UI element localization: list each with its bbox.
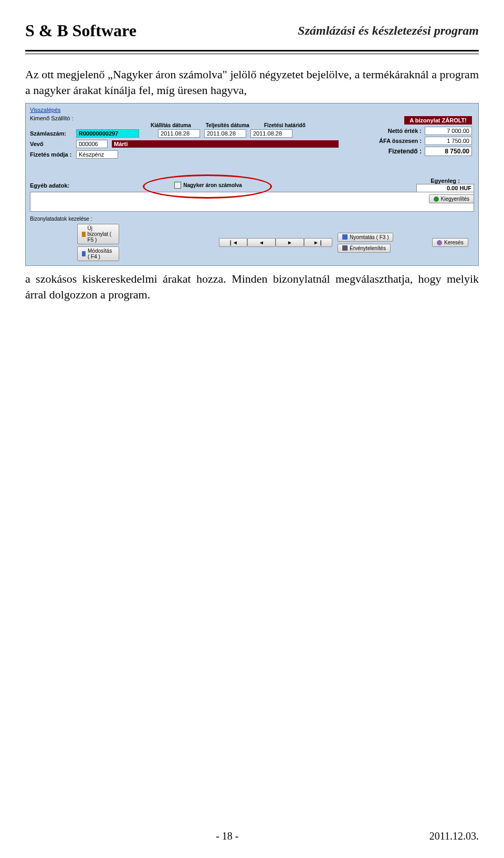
invalidate-button-label: Érvénytelenítés — [350, 245, 386, 251]
payment-method-field[interactable]: Készpénz — [76, 150, 118, 159]
new-doc-button[interactable]: Új bizonylat ( F5 ) — [77, 224, 119, 244]
settle-button[interactable]: Kiegyenlítés — [429, 194, 474, 203]
payment-method-label: Fizetés módja : — [30, 151, 72, 158]
date-header-due: Fizetési határidő — [264, 122, 306, 128]
balance-box: Egyenleg : 0.00 HUF Kiegyenlítés — [416, 178, 474, 203]
header-rule-thick — [25, 50, 479, 51]
vat-label: ÁFA összesen : — [379, 138, 422, 144]
page-footer: - 18 - 2011.12.03. — [25, 830, 479, 842]
trash-icon — [342, 245, 348, 251]
date-fulfill-field[interactable]: 2011.08.28 — [204, 129, 246, 138]
nav-next-button[interactable]: ► — [276, 238, 304, 247]
nav-last-button[interactable]: ►❘ — [304, 238, 332, 247]
wholesale-checkbox-group[interactable]: Nagyker áron számolva — [174, 182, 242, 189]
nav-first-button[interactable]: ❘◄ — [219, 238, 247, 247]
app-screenshot: Visszalépés A bizonylat ZÁROLT! Kimenő S… — [25, 103, 479, 266]
modify-button[interactable]: Módosítás ( F4 ) — [77, 246, 119, 261]
net-value: 7 000.00 — [425, 127, 472, 135]
new-icon — [82, 232, 86, 237]
balance-label: Egyenleg : — [416, 178, 474, 184]
company-name: S & B Software — [25, 21, 136, 40]
print-button-label: Nyomtatás ( F3 ) — [350, 234, 388, 240]
page-number: - 18 - — [216, 830, 238, 842]
buyer-name-bar: Márti — [112, 140, 339, 148]
invoice-number-field[interactable]: R00000000297 — [76, 129, 139, 138]
edit-icon — [82, 251, 86, 256]
net-label: Nettó érték : — [379, 128, 422, 134]
buyer-label: Vevő — [30, 141, 72, 147]
wholesale-checkbox-label: Nagyker áron számolva — [183, 182, 242, 188]
print-button[interactable]: Nyomtatás ( F3 ) — [338, 233, 393, 242]
header-rule-thin — [25, 54, 479, 54]
payable-label: Fizetendő : — [379, 148, 422, 155]
search-button-label: Keresés — [444, 240, 464, 245]
print-icon — [342, 234, 348, 240]
body-paragraph-2: a szokásos kiskereskedelmi árakat hozza.… — [25, 271, 479, 302]
settle-button-label: Kiegyenlítés — [441, 196, 469, 202]
buyer-code-field[interactable]: 000006 — [76, 140, 108, 148]
wholesale-checkbox[interactable] — [174, 182, 181, 189]
other-data-textarea[interactable] — [30, 192, 474, 212]
date-header-fulfill: Teljesítés dátuma — [206, 122, 249, 128]
search-button[interactable]: Keresés — [432, 238, 468, 247]
invoice-number-label: Számlaszám: — [30, 130, 72, 137]
totals-block: Nettó érték : 7 000.00 ÁFA összesen : 1 … — [379, 127, 472, 156]
vat-value: 1 750.00 — [425, 137, 472, 145]
payable-value: 8 750.00 — [425, 147, 472, 156]
footer-date: 2011.12.03. — [429, 830, 479, 842]
doc-handling-label: Bizonylatadatok kezelése : — [30, 216, 474, 222]
nav-prev-button[interactable]: ◄ — [247, 238, 276, 247]
date-due-field[interactable]: 2011.08.28 — [250, 129, 292, 138]
balance-value: 0.00 HUF — [416, 184, 474, 192]
body-paragraph-1: Az ott megjelenő „Nagyker áron számolva"… — [25, 67, 479, 98]
new-doc-button-label: Új bizonylat ( F5 ) — [88, 225, 114, 243]
check-icon — [434, 197, 439, 202]
locked-badge: A bizonylat ZÁROLT! — [404, 116, 472, 125]
other-data-label: Egyéb adatok: — [30, 182, 69, 189]
search-icon — [437, 240, 442, 245]
date-issue-field[interactable]: 2011.08.28 — [158, 129, 200, 138]
date-header-issue: Kiállítás dátuma — [151, 122, 191, 128]
modify-button-label: Módosítás ( F4 ) — [88, 248, 114, 260]
nav-button-group: ❘◄ ◄ ► ►❘ — [219, 238, 332, 247]
back-link[interactable]: Visszalépés — [30, 107, 61, 113]
product-name: Számlázási és készletezési program — [298, 24, 479, 38]
invalidate-button[interactable]: Érvénytelenítés — [338, 244, 391, 253]
page-header: S & B Software Számlázási és készletezés… — [25, 21, 479, 40]
